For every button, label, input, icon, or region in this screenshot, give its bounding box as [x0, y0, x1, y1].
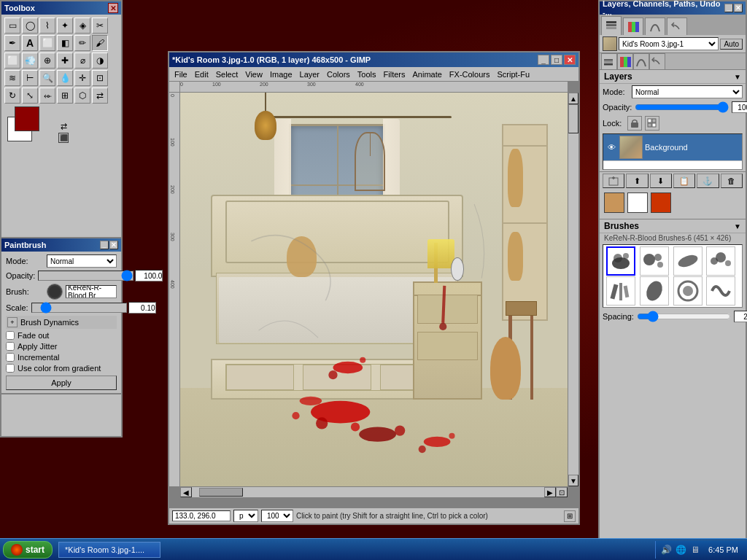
foreground-color-swatch[interactable]: [15, 106, 39, 131]
heal-button[interactable]: ✚: [57, 52, 73, 69]
brush-dynamics-collapse[interactable]: +: [7, 317, 18, 327]
layers-auto-button[interactable]: Auto: [720, 39, 743, 50]
anchor-layer-button[interactable]: ⚓: [697, 174, 719, 188]
layer-tab-icon-4[interactable]: [649, 53, 665, 69]
brush-cell-1[interactable]: [606, 246, 635, 276]
reset-colors-button[interactable]: ⬛: [58, 133, 69, 143]
menu-layer[interactable]: Layer: [296, 68, 324, 81]
scroll-thumb[interactable]: [568, 104, 578, 133]
layers-minimize-button[interactable]: _: [724, 4, 733, 12]
scroll-thumb-h[interactable]: [199, 488, 243, 497]
perspective-button[interactable]: ⬡: [74, 88, 90, 104]
canvas-nav-button[interactable]: ⊞: [564, 510, 576, 522]
start-button[interactable]: start: [3, 541, 53, 559]
rect-select-button[interactable]: ▭: [4, 18, 20, 34]
menu-fx-colours[interactable]: FX-Colours: [446, 68, 494, 81]
menu-select[interactable]: Select: [212, 68, 242, 81]
layer-tab-icon-2[interactable]: [617, 53, 633, 69]
layer-tab-icon-3[interactable]: [633, 53, 649, 69]
menu-filters[interactable]: Filters: [380, 68, 409, 81]
spacing-value[interactable]: [734, 311, 747, 322]
tool-options-close[interactable]: ✕: [109, 241, 118, 249]
brush-preview[interactable]: [47, 284, 63, 300]
layer-item-background[interactable]: 👁 Background: [603, 134, 742, 161]
brush-cell-8[interactable]: [706, 276, 735, 306]
layer-visibility-toggle[interactable]: 👁: [605, 141, 617, 153]
incremental-checkbox[interactable]: [6, 353, 15, 362]
brush-cell-3[interactable]: [673, 246, 703, 276]
move-layer-up-button[interactable]: ⬆: [626, 174, 648, 188]
taskbar-item-gimp[interactable]: *Kid's Room 3.jpg-1....: [58, 542, 160, 558]
mode-select[interactable]: Normal: [47, 254, 117, 268]
flip-button[interactable]: ⇄: [92, 88, 108, 104]
tab-channels[interactable]: [623, 18, 643, 35]
unit-select[interactable]: px: [233, 510, 258, 522]
toolbox-close-button[interactable]: ✕: [108, 3, 118, 13]
menu-script-fu[interactable]: Script-Fu: [493, 68, 533, 81]
brush-cell-7[interactable]: [673, 276, 703, 306]
brush-cell-5[interactable]: [606, 276, 635, 306]
menu-animate[interactable]: Animate: [409, 68, 445, 81]
ellipse-select-button[interactable]: ◯: [22, 18, 38, 34]
scale-slider[interactable]: [31, 303, 127, 313]
brush-cell-6[interactable]: [640, 276, 669, 306]
paintbrush-button[interactable]: 🖌: [92, 35, 108, 51]
minimize-button[interactable]: _: [538, 55, 549, 65]
tab-layers[interactable]: [601, 16, 622, 35]
layers-mode-select[interactable]: Normal: [632, 85, 743, 98]
paths-button[interactable]: ✒: [4, 35, 20, 51]
duplicate-layer-button[interactable]: 📋: [673, 174, 695, 188]
color-picker-button[interactable]: 💧: [57, 70, 73, 86]
smudge-button[interactable]: ⌀: [74, 52, 90, 69]
align-button[interactable]: ⊞: [57, 88, 73, 104]
new-layer-button[interactable]: [603, 174, 624, 188]
tool-options-minimize[interactable]: _: [100, 241, 109, 249]
scroll-left-button[interactable]: ◀: [180, 487, 192, 497]
airbrush-button[interactable]: 💨: [22, 52, 38, 69]
move-layer-down-button[interactable]: ⬇: [650, 174, 672, 188]
tray-icon-1[interactable]: 🔊: [660, 544, 672, 556]
close-button[interactable]: ✕: [564, 55, 576, 65]
measure-button[interactable]: ⊢: [22, 70, 38, 86]
brush-cell-4[interactable]: [706, 246, 735, 276]
apply-button[interactable]: Apply: [6, 376, 117, 390]
shear-button[interactable]: ⬰: [39, 88, 55, 104]
canvas-zoom-button[interactable]: ⊡: [556, 487, 568, 497]
scrollbar-right[interactable]: ▲ ▼: [568, 93, 578, 486]
opacity-input[interactable]: [135, 270, 163, 281]
brush-cell-2[interactable]: [640, 246, 669, 276]
layers-opacity-value[interactable]: [732, 101, 747, 113]
pencil-button[interactable]: ✏: [74, 35, 90, 51]
delete-layer-button[interactable]: 🗑: [721, 174, 743, 188]
free-select-button[interactable]: ⌇: [39, 18, 55, 34]
maximize-button[interactable]: □: [551, 55, 562, 65]
scale-input[interactable]: [128, 302, 156, 314]
menu-image[interactable]: Image: [266, 68, 296, 81]
gradient-button[interactable]: ◧: [57, 35, 73, 51]
tray-icon-3[interactable]: 🖥: [689, 544, 701, 556]
color-swatch-3[interactable]: [651, 192, 671, 213]
dodge-burn-button[interactable]: ◑: [92, 52, 108, 69]
rotate-button[interactable]: ↻: [4, 88, 20, 104]
color-swatch-2[interactable]: [627, 192, 648, 213]
eraser-button[interactable]: ⬜: [4, 52, 20, 69]
menu-edit[interactable]: Edit: [191, 68, 212, 81]
layers-image-select[interactable]: Kid's Room 3.jpg-1: [619, 37, 719, 50]
tab-paths[interactable]: [645, 18, 665, 35]
fuzzy-select-button[interactable]: ✦: [57, 18, 73, 34]
zoom-button[interactable]: 🔍: [39, 70, 55, 86]
opacity-slider[interactable]: [38, 271, 133, 281]
lock-pixels-button[interactable]: [627, 116, 642, 131]
menu-view[interactable]: View: [241, 68, 266, 81]
move-button[interactable]: ✛: [74, 70, 90, 86]
fade-out-checkbox[interactable]: [6, 331, 15, 340]
apply-jitter-checkbox[interactable]: [6, 342, 15, 351]
canvas-image-area[interactable]: [180, 93, 568, 486]
scissors-button[interactable]: ✂: [92, 18, 108, 34]
crop-button[interactable]: ⊡: [92, 70, 108, 86]
scrollbar-bottom[interactable]: ◀ ▶ ⊡: [180, 486, 568, 497]
menu-file[interactable]: File: [171, 68, 191, 81]
coords-display[interactable]: [172, 510, 231, 521]
scroll-up-button[interactable]: ▲: [568, 93, 578, 104]
text-button[interactable]: A: [22, 35, 38, 51]
